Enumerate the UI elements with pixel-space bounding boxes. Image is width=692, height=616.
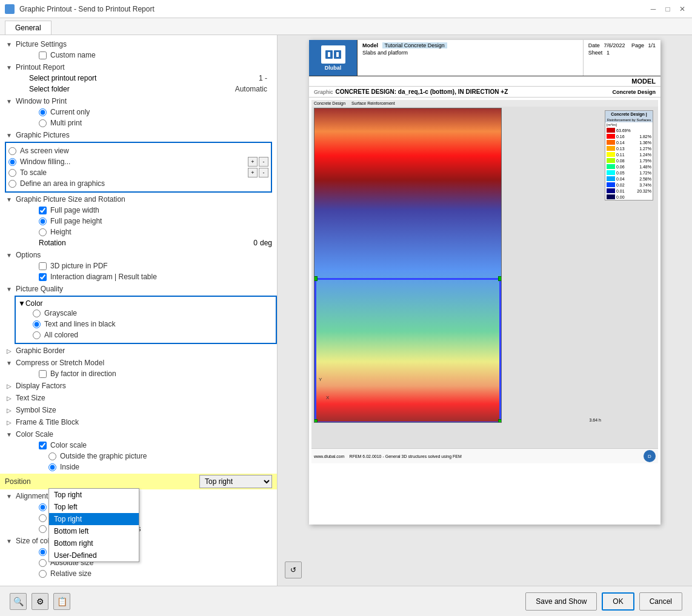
popup-user-defined[interactable]: User-Defined <box>49 549 139 561</box>
rotation-row: Rotation 0 deg <box>15 237 277 248</box>
gp-size-header[interactable]: ▼ Graphic Picture Size and Rotation <box>0 194 277 205</box>
popup-bottom-right[interactable]: Bottom right <box>49 537 139 549</box>
interaction-item: Interaction diagram | Result table <box>15 271 277 282</box>
custom-name-checkbox[interactable] <box>39 51 47 59</box>
ok-button[interactable]: OK <box>602 592 634 611</box>
refresh-button[interactable]: ↺ <box>285 561 302 578</box>
legend-color-5 <box>607 152 615 157</box>
position-select[interactable]: Top right Top left Bottom left Bottom ri… <box>199 475 272 488</box>
space-between-radio[interactable] <box>39 525 47 533</box>
search-tool-button[interactable]: 🔍 <box>10 593 27 610</box>
legend-color-11 <box>607 188 615 193</box>
to-scale-label: To scale <box>20 168 47 177</box>
window-print-children: Current only Multi print <box>0 107 277 128</box>
frame-title-label: Frame & Title Block <box>16 418 79 426</box>
auto-size-radio[interactable] <box>39 548 47 556</box>
position-label: Position <box>5 477 31 486</box>
align-vert-radio[interactable] <box>39 514 47 522</box>
model-name-row: Model Tutorial Concrete Design <box>362 42 578 48</box>
expand-icon-align: ▼ <box>5 492 13 500</box>
current-only-radio[interactable] <box>39 108 47 116</box>
window-controls[interactable]: ─ □ ✕ <box>648 4 687 14</box>
scale-btn-1[interactable]: + <box>248 157 258 167</box>
help-tool-button[interactable]: 📋 <box>53 593 70 610</box>
scale-btn-2[interactable]: - <box>259 157 268 167</box>
full-page-height-radio[interactable] <box>39 217 47 225</box>
expand-icon-wp: ▼ <box>5 97 13 105</box>
as-screen-radio[interactable] <box>8 147 16 155</box>
relative-size-radio[interactable] <box>39 570 47 578</box>
symbol-size-header[interactable]: ▷ Symbol Size <box>0 405 277 416</box>
align-horiz-radio[interactable] <box>39 503 47 511</box>
colormap-main-area <box>314 108 502 423</box>
frame-title-header[interactable]: ▷ Frame & Title Block <box>0 417 277 428</box>
legend-val-004: 0.04 <box>616 177 625 181</box>
outside-graphic-radio[interactable] <box>48 452 56 460</box>
picture-settings-header[interactable]: ▼ Picture Settings <box>0 39 277 50</box>
compress-stretch-header[interactable]: ▼ Compress or Stretch Model <box>0 357 277 368</box>
window-print-header[interactable]: ▼ Window to Print <box>0 96 277 107</box>
grayscale-radio[interactable] <box>33 310 41 317</box>
picture-quality-header[interactable]: ▼ Picture Quality <box>0 283 277 294</box>
color-scale-checkbox[interactable] <box>39 442 47 449</box>
color-scale-header[interactable]: ▼ Color Scale <box>0 429 277 440</box>
height-radio[interactable] <box>39 228 47 236</box>
interaction-checkbox[interactable] <box>39 273 47 281</box>
full-page-width-checkbox[interactable] <box>39 207 47 214</box>
text-lines-black-radio[interactable] <box>33 320 41 328</box>
graphic-pictures-header[interactable]: ▼ Graphic Pictures <box>0 130 277 141</box>
window-filling-radio[interactable] <box>8 158 16 166</box>
current-only-item: Current only <box>15 107 277 118</box>
to-scale-radio[interactable] <box>8 169 16 177</box>
dlubal-logo: Dlubal <box>309 40 358 76</box>
date-value: 7/6/2022 <box>604 42 625 48</box>
scale-btn-4[interactable]: - <box>259 168 268 177</box>
3d-pdf-checkbox[interactable] <box>39 262 47 270</box>
inside-radio[interactable] <box>48 463 56 471</box>
close-button[interactable]: ✕ <box>677 4 687 14</box>
absolute-size-radio[interactable] <box>39 559 47 567</box>
graphic-word: Graphic <box>314 89 333 95</box>
tab-general[interactable]: General <box>5 21 52 35</box>
rotation-value: 0 <box>253 239 258 247</box>
cancel-button[interactable]: Cancel <box>639 592 682 611</box>
legend-color-6 <box>607 158 615 163</box>
handle-br <box>498 419 502 423</box>
options-label: Options <box>16 251 41 259</box>
scale-btn-3[interactable]: + <box>248 168 258 177</box>
sheet-value: 1 <box>607 50 610 56</box>
expand-icon-ss: ▷ <box>5 406 13 414</box>
popup-bottom-left[interactable]: Bottom left <box>49 525 139 537</box>
legend-val-000: 0.00 <box>616 195 625 199</box>
printout-report-header[interactable]: ▼ Printout Report <box>0 62 277 73</box>
settings-tool-button[interactable]: ⚙ <box>32 593 48 610</box>
legend-pct-7: 1.48% <box>639 165 651 169</box>
text-size-header[interactable]: ▷ Text Size <box>0 392 277 403</box>
multi-print-radio[interactable] <box>39 119 47 127</box>
3d-pdf-item: 3D picture in PDF <box>15 260 277 271</box>
color-box: ▼ Color Grayscale Text and lines in blac… <box>15 296 277 344</box>
define-area-radio[interactable] <box>8 180 16 188</box>
legend-value-1: 63.69% <box>616 128 631 133</box>
options-header[interactable]: ▼ Options <box>0 250 277 260</box>
inside-item: Inside <box>15 462 277 472</box>
legend-pct-11: 20.32% <box>637 189 651 193</box>
graphic-border-header[interactable]: ▷ Graphic Border <box>0 345 277 356</box>
save-show-button[interactable]: Save and Show <box>525 592 597 611</box>
graphic-content-area: Concrete Design Surface Reinforcement <box>311 100 658 463</box>
all-colored-radio[interactable] <box>33 331 41 339</box>
position-dropdown-popup[interactable]: Top right Top left Top right Bottom left… <box>48 488 139 562</box>
legend-pct-10: 3.74% <box>639 183 651 187</box>
grayscale-label: Grayscale <box>44 309 77 317</box>
printout-report-label: Printout Report <box>16 63 65 71</box>
factor-direction-checkbox[interactable] <box>39 370 47 378</box>
model-big-label: MODEL <box>631 78 656 85</box>
section-printout-report: ▼ Printout Report Select printout report… <box>0 62 277 94</box>
left-scroll[interactable]: ▼ Picture Settings Custom name ▼ Printou… <box>0 35 277 586</box>
maximize-button[interactable]: □ <box>663 4 673 14</box>
popup-top-right-selected[interactable]: Top right <box>49 513 139 525</box>
display-factors-header[interactable]: ▷ Display Factors <box>0 380 277 391</box>
popup-top-left[interactable]: Top left <box>49 501 139 513</box>
popup-top-right-first[interactable]: Top right <box>49 489 139 501</box>
minimize-button[interactable]: ─ <box>648 4 658 14</box>
